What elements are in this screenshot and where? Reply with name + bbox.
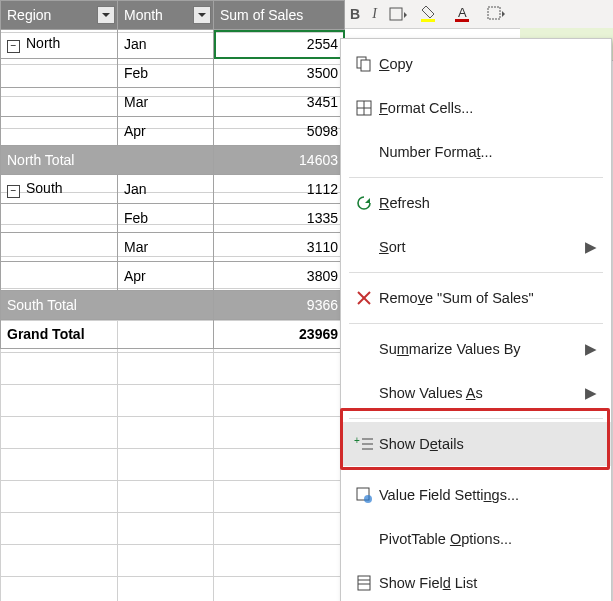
- submenu-arrow-icon: ▶: [583, 239, 597, 255]
- region-south-label: South: [26, 180, 63, 196]
- header-month-label: Month: [124, 7, 163, 23]
- grand-total-label[interactable]: Grand Total: [1, 320, 214, 349]
- empty-cell[interactable]: [1, 262, 118, 291]
- ctx-summarize-label: Summarize Values By: [379, 341, 583, 357]
- svg-point-17: [364, 495, 372, 503]
- format-toolbar-fragment: B I A: [344, 0, 613, 29]
- copy-icon: [349, 55, 379, 73]
- region-filter-dropdown[interactable]: [97, 6, 115, 24]
- month-filter-dropdown[interactable]: [193, 6, 211, 24]
- region-north-cell[interactable]: −North: [1, 30, 118, 59]
- south-jan-value[interactable]: 1112: [214, 175, 345, 204]
- ctx-refresh-label: Refresh: [379, 195, 597, 211]
- svg-rect-4: [488, 7, 500, 19]
- north-apr-month[interactable]: Apr: [118, 117, 214, 146]
- ctx-remove-label: Remove "Sum of Sales": [379, 290, 597, 306]
- ctx-sort[interactable]: Sort ▶: [341, 225, 611, 269]
- south-total-label[interactable]: South Total: [1, 291, 214, 320]
- ctx-value-field-settings-label: Value Field Settings...: [379, 487, 597, 503]
- north-apr-value[interactable]: 5098: [214, 117, 345, 146]
- region-north-label: North: [26, 35, 60, 51]
- svg-rect-18: [358, 576, 370, 590]
- border-icon[interactable]: [389, 7, 407, 21]
- svg-rect-3: [455, 19, 469, 22]
- south-mar-value[interactable]: 3110: [214, 233, 345, 262]
- context-menu: Copy Format Cells... Number Format... Re…: [340, 38, 612, 601]
- refresh-icon: [349, 194, 379, 212]
- more-format-icon[interactable]: [487, 6, 507, 22]
- remove-icon: [349, 289, 379, 307]
- ctx-sort-label: Sort: [379, 239, 583, 255]
- show-details-icon: +: [349, 436, 379, 452]
- header-sum-of-sales[interactable]: Sum of Sales: [214, 1, 345, 30]
- south-feb-month[interactable]: Feb: [118, 204, 214, 233]
- north-feb-month[interactable]: Feb: [118, 59, 214, 88]
- format-cells-icon: [349, 99, 379, 117]
- header-sum-label: Sum of Sales: [220, 7, 303, 23]
- south-total-value[interactable]: 9366: [214, 291, 345, 320]
- collapse-north-icon[interactable]: −: [7, 40, 20, 53]
- ctx-refresh[interactable]: Refresh: [341, 181, 611, 225]
- south-mar-month[interactable]: Mar: [118, 233, 214, 262]
- north-jan-value[interactable]: 2554: [214, 30, 345, 59]
- south-apr-month[interactable]: Apr: [118, 262, 214, 291]
- ctx-format-cells-label: Format Cells...: [379, 100, 597, 116]
- grand-total-value[interactable]: 23969: [214, 320, 345, 349]
- north-mar-value[interactable]: 3451: [214, 88, 345, 117]
- ctx-show-details[interactable]: + Show Details: [341, 422, 611, 466]
- ctx-format-cells[interactable]: Format Cells...: [341, 86, 611, 130]
- svg-text:A: A: [458, 5, 467, 20]
- ctx-value-field-settings[interactable]: Value Field Settings...: [341, 473, 611, 517]
- header-month[interactable]: Month: [118, 1, 214, 30]
- south-feb-value[interactable]: 1335: [214, 204, 345, 233]
- ctx-remove[interactable]: Remove "Sum of Sales": [341, 276, 611, 320]
- empty-cell[interactable]: [1, 59, 118, 88]
- north-feb-value[interactable]: 3500: [214, 59, 345, 88]
- bold-button[interactable]: B: [350, 6, 360, 22]
- empty-cell[interactable]: [1, 204, 118, 233]
- svg-rect-0: [390, 8, 402, 20]
- ctx-number-format-label: Number Format...: [379, 144, 597, 160]
- north-mar-month[interactable]: Mar: [118, 88, 214, 117]
- collapse-south-icon[interactable]: −: [7, 185, 20, 198]
- ctx-show-field-list[interactable]: Show Field List: [341, 561, 611, 601]
- empty-cell[interactable]: [1, 233, 118, 262]
- empty-cell[interactable]: [1, 117, 118, 146]
- ctx-copy[interactable]: Copy: [341, 42, 611, 86]
- ctx-summarize[interactable]: Summarize Values By ▶: [341, 327, 611, 371]
- value-field-settings-icon: [349, 486, 379, 504]
- north-total-value[interactable]: 14603: [214, 146, 345, 175]
- north-jan-month[interactable]: Jan: [118, 30, 214, 59]
- fill-color-icon[interactable]: [419, 5, 441, 23]
- north-total-label[interactable]: North Total: [1, 146, 214, 175]
- svg-rect-6: [361, 60, 370, 71]
- ctx-show-values-as-label: Show Values As: [379, 385, 583, 401]
- pivot-table[interactable]: Region Month Sum of Sales −North Jan 255…: [0, 0, 345, 349]
- header-region-label: Region: [7, 7, 51, 23]
- empty-cell[interactable]: [1, 88, 118, 117]
- svg-rect-1: [421, 19, 435, 22]
- south-jan-month[interactable]: Jan: [118, 175, 214, 204]
- ctx-number-format[interactable]: Number Format...: [341, 130, 611, 174]
- ctx-show-details-label: Show Details: [379, 436, 597, 452]
- separator: [349, 323, 603, 324]
- region-south-cell[interactable]: −South: [1, 175, 118, 204]
- font-color-icon[interactable]: A: [453, 5, 475, 23]
- ctx-show-values-as[interactable]: Show Values As ▶: [341, 371, 611, 415]
- separator: [349, 177, 603, 178]
- separator: [349, 469, 603, 470]
- separator: [349, 272, 603, 273]
- submenu-arrow-icon: ▶: [583, 385, 597, 401]
- field-list-icon: [349, 574, 379, 592]
- ctx-show-field-list-label: Show Field List: [379, 575, 597, 591]
- header-region[interactable]: Region: [1, 1, 118, 30]
- svg-text:+: +: [354, 436, 360, 446]
- south-apr-value[interactable]: 3809: [214, 262, 345, 291]
- submenu-arrow-icon: ▶: [583, 341, 597, 357]
- separator: [349, 418, 603, 419]
- ctx-pivottable-options[interactable]: PivotTable Options...: [341, 517, 611, 561]
- ctx-pivottable-options-label: PivotTable Options...: [379, 531, 597, 547]
- ctx-copy-label: Copy: [379, 56, 597, 72]
- italic-button[interactable]: I: [372, 6, 377, 22]
